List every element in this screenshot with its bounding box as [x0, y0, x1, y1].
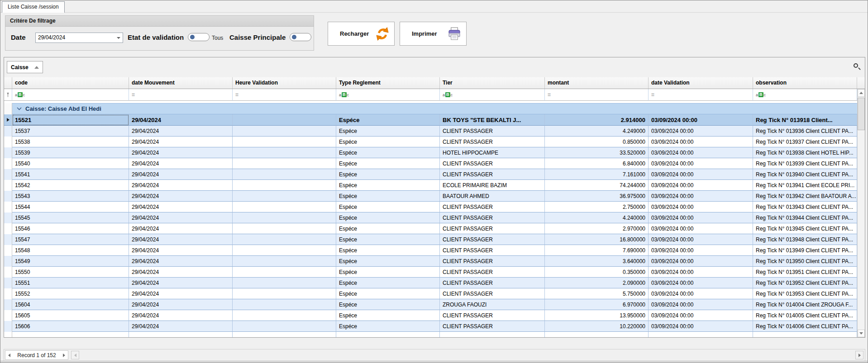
cell-montant[interactable]: 3.640000 [545, 256, 649, 267]
cell-montant[interactable]: 2.970000 [545, 223, 649, 234]
cell-observation[interactable]: Reg Tick N° 013938 Client HOTEL HIP... [753, 147, 857, 158]
filter-cell-observation[interactable]: aBc [753, 89, 857, 101]
cell-observation[interactable]: Reg Tick N° 013937 Client CLIENT PA... [753, 137, 857, 147]
cell-heure_validation[interactable] [233, 169, 336, 180]
table-row[interactable]: 1554129/04/2024EspéceCLIENT PASSAGER7.16… [4, 169, 857, 180]
column-header-observation[interactable]: observation [753, 77, 857, 89]
cell-date_validation[interactable]: 03/09/2024 00:00 [649, 114, 753, 126]
cell-heure_validation[interactable] [233, 256, 336, 267]
cell-tier[interactable]: CLIENT PASSAGER [440, 169, 545, 180]
cell-date_validation[interactable]: 03/09/2024 00:00 [649, 212, 753, 223]
cell-tier[interactable]: CLIENT PASSAGER [440, 202, 545, 212]
cell-date_mouvement[interactable]: 29/04/2024 [129, 147, 233, 158]
cell-type_reglement[interactable]: Espéce [336, 158, 440, 169]
group-row-band[interactable]: Caisse: Caisse Abd El Hedi [12, 103, 857, 114]
table-row[interactable]: 1553929/04/2024EspéceHOTEL HIPPOCAMPE33.… [4, 147, 857, 158]
cell-date_validation[interactable]: 03/09/2024 00:00 [649, 180, 753, 191]
cell-date_mouvement[interactable]: 29/04/2024 [129, 288, 233, 299]
cell-date_mouvement[interactable]: 29/04/2024 [129, 191, 233, 202]
table-row[interactable]: 1560429/04/2024EspéceZROUGA FAOUZI6.9700… [4, 299, 857, 310]
cell-tier[interactable]: CLIENT PASSAGER [440, 310, 545, 321]
cell-code[interactable]: 15539 [12, 147, 129, 158]
cell-montant[interactable]: 7.690000 [545, 245, 649, 256]
cell-date_validation[interactable]: 03/09/2024 00:00 [649, 288, 753, 299]
cell-date_mouvement[interactable]: 29/04/2024 [129, 245, 233, 256]
cell-date_mouvement[interactable]: 29/04/2024 [129, 321, 233, 332]
table-row[interactable]: 1553729/04/2024EspéceCLIENT PASSAGER4.24… [4, 126, 857, 137]
cell-date_validation[interactable]: 03/09/2024 00:00 [649, 126, 753, 137]
cell-tier[interactable]: BK TOYS "STE BEKALTI J... [440, 114, 545, 126]
cell-code[interactable]: 15541 [12, 169, 129, 180]
cell-date_mouvement[interactable]: 29/04/2024 [129, 137, 233, 147]
cell-code[interactable]: 15542 [12, 180, 129, 191]
cell-observation[interactable]: Reg Tick N° 013953 Client CLIENT PA... [753, 288, 857, 299]
table-row[interactable]: 1554929/04/2024EspéceCLIENT PASSAGER3.64… [4, 256, 857, 267]
cell-code[interactable]: 15543 [12, 191, 129, 202]
filter-cell-heure_validation[interactable]: = [233, 89, 336, 101]
cell-heure_validation[interactable] [233, 147, 336, 158]
chevron-down-icon[interactable] [117, 37, 120, 39]
search-icon[interactable] [853, 63, 861, 71]
date-combobox[interactable]: 29/04/2024 [35, 33, 123, 43]
cell-date_mouvement[interactable]: 29/04/2024 [129, 310, 233, 321]
cell-type_reglement[interactable]: Espéce [336, 278, 440, 288]
cell-date_validation[interactable]: 03/09/2024 00:00 [649, 169, 753, 180]
cell-observation[interactable]: Reg Tick N° 013952 Client CLIENT PA... [753, 278, 857, 288]
table-row[interactable]: 1560529/04/2024EspéceCLIENT PASSAGER13.9… [4, 310, 857, 321]
cell-type_reglement[interactable]: Espéce [336, 180, 440, 191]
cell-date_validation[interactable]: 03/09/2024 00:00 [649, 223, 753, 234]
table-row[interactable]: 1554429/04/2024EspéceCLIENT PASSAGER2.75… [4, 202, 857, 212]
cell-montant[interactable]: 2.750000 [545, 202, 649, 212]
cell-type_reglement[interactable]: Espéce [336, 288, 440, 299]
cell-code[interactable]: 15605 [12, 310, 129, 321]
cell-date_validation[interactable]: 03/09/2024 00:00 [649, 267, 753, 278]
cell-tier[interactable]: CLIENT PASSAGER [440, 137, 545, 147]
cell-date_mouvement[interactable]: 29/04/2024 [129, 212, 233, 223]
column-header-code[interactable]: code [12, 77, 129, 89]
filter-cell-montant[interactable]: = [545, 89, 649, 101]
cell-tier[interactable]: BAATOUR AHMED [440, 191, 545, 202]
column-header-montant[interactable]: montant [545, 77, 649, 89]
filter-funnel-cell[interactable] [4, 89, 12, 101]
cell-observation[interactable]: Reg Tick N° 014006 Client CLIENT PA... [753, 321, 857, 332]
table-row[interactable]: 1552129/04/2024EspéceBK TOYS "STE BEKALT… [4, 114, 857, 126]
cell-heure_validation[interactable] [233, 158, 336, 169]
cell-tier[interactable]: CLIENT PASSAGER [440, 223, 545, 234]
cell-date_validation[interactable]: 03/09/2024 00:00 [649, 147, 753, 158]
cell-code[interactable]: 15545 [12, 212, 129, 223]
column-header-date_mouvement[interactable]: date Mouvement [129, 77, 233, 89]
cell-date_mouvement[interactable]: 29/04/2024 [129, 169, 233, 180]
cell-observation[interactable]: Reg Tick N° 013949 Client CLIENT PA... [753, 245, 857, 256]
table-row[interactable]: 1554629/04/2024EspéceCLIENT PASSAGER2.97… [4, 223, 857, 234]
cell-date_mouvement[interactable]: 29/04/2024 [129, 278, 233, 288]
filter-cell-date_mouvement[interactable]: = [129, 89, 233, 101]
filter-cell-code[interactable]: aBc [12, 89, 129, 101]
cell-heure_validation[interactable] [233, 223, 336, 234]
table-row[interactable]: 1554229/04/2024EspéceECOLE PRIMAIRE BAZI… [4, 180, 857, 191]
table-row[interactable]: 1554029/04/2024EspéceCLIENT PASSAGER6.84… [4, 158, 857, 169]
cell-observation[interactable]: Reg Tick N° 013941 Client ECOLE PRI... [753, 180, 857, 191]
cell-tier[interactable]: CLIENT PASSAGER [440, 278, 545, 288]
table-row[interactable]: 1555229/04/2024EspéceCLIENT PASSAGER5.75… [4, 288, 857, 299]
cell-code[interactable]: 15547 [12, 234, 129, 245]
cell-date_mouvement[interactable]: 29/04/2024 [129, 114, 233, 126]
cell-date_mouvement[interactable]: 29/04/2024 [129, 267, 233, 278]
cell-heure_validation[interactable] [233, 234, 336, 245]
cell-date_mouvement[interactable]: 29/04/2024 [129, 180, 233, 191]
imprimer-button[interactable]: Imprimer [400, 22, 467, 46]
cell-code[interactable]: 15521 [12, 114, 129, 126]
cell-type_reglement[interactable]: Espéce [336, 245, 440, 256]
cell-date_validation[interactable]: 03/09/2024 00:00 [649, 278, 753, 288]
cell-montant[interactable]: 4.249000 [545, 126, 649, 137]
cell-tier[interactable]: CLIENT PASSAGER [440, 321, 545, 332]
cell-montant[interactable]: 13.950000 [545, 310, 649, 321]
cell-tier[interactable]: CLIENT PASSAGER [440, 256, 545, 267]
cell-type_reglement[interactable]: Espéce [336, 321, 440, 332]
cell-type_reglement[interactable]: Espéce [336, 310, 440, 321]
cell-type_reglement[interactable]: Espéce [336, 191, 440, 202]
nav-next-button[interactable] [63, 354, 65, 357]
cell-observation[interactable]: Reg Tick N° 013939 Client CLIENT PA... [753, 158, 857, 169]
cell-code[interactable]: 15548 [12, 245, 129, 256]
table-row[interactable]: 1554729/04/2024EspéceCLIENT PASSAGER16.8… [4, 234, 857, 245]
cell-observation[interactable]: Reg Tick N° 014004 Client ZROUGA F... [753, 299, 857, 310]
